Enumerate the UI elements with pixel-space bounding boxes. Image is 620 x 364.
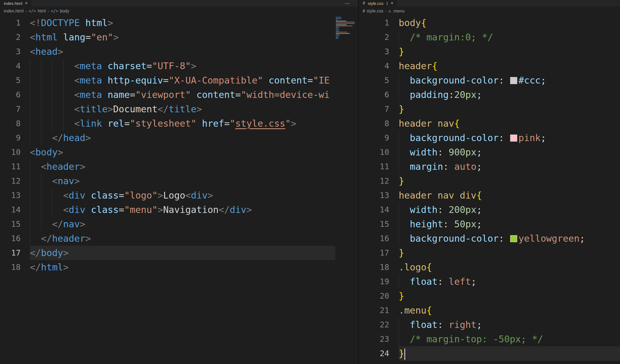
breadcrumb-item-index-html[interactable]: index.html (4, 9, 24, 14)
code-line-24[interactable]: } (399, 346, 620, 361)
code-line-11[interactable]: margin: auto; (399, 159, 620, 174)
line-number[interactable]: 1 (359, 16, 389, 30)
line-number[interactable]: 5 (359, 73, 389, 88)
line-number[interactable]: 21 (359, 303, 389, 318)
code-line-11[interactable]: <header> (30, 159, 335, 174)
code-line-18[interactable]: .logo{ (399, 260, 620, 274)
line-number[interactable]: 12 (359, 174, 389, 188)
code-line-13[interactable]: <div class="logo">Logo<div> (30, 188, 335, 203)
code-line-6[interactable]: <meta name="viewport" content="width=dev… (30, 88, 335, 102)
code-line-14[interactable]: <div class="menu">Navigation</div> (30, 203, 335, 217)
line-number[interactable]: 14 (359, 203, 389, 217)
code-line-6[interactable]: padding:20px; (399, 88, 620, 102)
line-number[interactable]: 11 (0, 159, 21, 174)
code-line-3[interactable]: } (399, 44, 620, 59)
line-number[interactable]: 7 (0, 102, 21, 116)
line-number[interactable]: 15 (359, 217, 389, 231)
code-area[interactable]: <!DOCTYPE html><html lang="en"><head> <m… (30, 16, 335, 364)
line-number[interactable]: 7 (359, 102, 389, 116)
line-number[interactable]: 2 (359, 30, 389, 44)
breadcrumb-item-body[interactable]: </>body (51, 9, 69, 14)
code-line-15[interactable]: </nav> (30, 217, 335, 231)
line-number[interactable]: 9 (0, 131, 21, 145)
line-number[interactable]: 17 (0, 246, 21, 260)
line-number[interactable]: 16 (0, 231, 21, 246)
line-number[interactable]: 6 (359, 88, 389, 102)
line-number[interactable]: 8 (0, 116, 21, 131)
line-number[interactable]: 5 (0, 73, 21, 88)
code-line-7[interactable]: <title>Document</title> (30, 102, 335, 116)
split-sash[interactable] (358, 0, 359, 364)
color-swatch[interactable] (510, 77, 517, 84)
line-number[interactable]: 15 (0, 217, 21, 231)
code-line-4[interactable]: <meta charset="UTF-8"> (30, 59, 335, 73)
line-number[interactable]: 20 (359, 289, 389, 303)
code-line-9[interactable]: background-color: pink; (399, 131, 620, 145)
line-number[interactable]: 9 (359, 131, 389, 145)
line-number[interactable]: 3 (0, 44, 21, 59)
line-number[interactable]: 4 (359, 59, 389, 73)
line-number[interactable]: 18 (359, 260, 389, 274)
minimap[interactable] (335, 16, 358, 364)
code-line-13[interactable]: header nav div{ (399, 188, 620, 203)
line-number[interactable]: 18 (0, 260, 21, 274)
code-line-16[interactable]: </header> (30, 231, 335, 246)
code-line-10[interactable]: <body> (30, 145, 335, 159)
code-line-22[interactable]: float: right; (399, 318, 620, 332)
tab-style-css[interactable]: # style.css 1 × (359, 0, 397, 7)
editor-actions-ellipsis-icon[interactable]: ⋯ (345, 0, 358, 7)
code-line-17[interactable]: </body> (30, 246, 335, 260)
code-line-8[interactable]: header nav{ (399, 116, 620, 131)
line-number[interactable]: 11 (359, 159, 389, 174)
tab-index-html[interactable]: index.html × (0, 0, 32, 7)
code-line-20[interactable]: } (399, 289, 620, 303)
code-line-19[interactable]: float: left; (399, 274, 620, 289)
code-line-12[interactable]: <nav> (30, 174, 335, 188)
line-number[interactable]: 6 (0, 88, 21, 102)
color-swatch[interactable] (510, 135, 517, 142)
code-line-15[interactable]: height: 50px; (399, 217, 620, 231)
line-number[interactable]: 24 (359, 346, 389, 361)
line-number[interactable]: 13 (359, 188, 389, 203)
line-number[interactable]: 4 (0, 59, 21, 73)
code-line-4[interactable]: header{ (399, 59, 620, 73)
line-number[interactable]: 13 (0, 188, 21, 203)
line-number-gutter[interactable]: 123456789101112131415161718 (0, 16, 21, 274)
line-number[interactable]: 14 (0, 203, 21, 217)
code-line-14[interactable]: width: 200px; (399, 203, 620, 217)
code-line-8[interactable]: <link rel="stylesheet" href="style.css"> (30, 116, 335, 131)
code-editor-html[interactable]: 123456789101112131415161718 <!DOCTYPE ht… (0, 16, 358, 364)
code-line-18[interactable]: </html> (30, 260, 335, 274)
code-line-5[interactable]: <meta http-equiv="X-UA-Compatible" conte… (30, 73, 335, 88)
line-number[interactable]: 3 (359, 44, 389, 59)
code-line-21[interactable]: .menu{ (399, 303, 620, 318)
line-number[interactable]: 8 (359, 116, 389, 131)
line-number[interactable]: 12 (0, 174, 21, 188)
breadcrumb-item-style-css[interactable]: #style.css (363, 9, 383, 14)
code-editor-css[interactable]: 123456789101112131415161718192021222324 … (359, 16, 620, 364)
code-line-5[interactable]: background-color: #ccc; (399, 73, 620, 88)
line-number[interactable]: 16 (359, 231, 389, 246)
color-swatch[interactable] (510, 235, 517, 242)
line-number[interactable]: 1 (0, 16, 21, 30)
code-line-16[interactable]: background-color: yellowgreen; (399, 231, 620, 246)
line-number-gutter[interactable]: 123456789101112131415161718192021222324 (359, 16, 389, 361)
code-line-9[interactable]: </head> (30, 131, 335, 145)
code-line-7[interactable]: } (399, 102, 620, 116)
line-number[interactable]: 10 (359, 145, 389, 159)
close-icon[interactable]: × (391, 1, 393, 5)
code-line-12[interactable]: } (399, 174, 620, 188)
line-number[interactable]: 19 (359, 274, 389, 289)
code-line-23[interactable]: /* margin-top: -50px; */ (399, 332, 620, 346)
line-number[interactable]: 2 (0, 30, 21, 44)
code-line-2[interactable]: /* margin:0; */ (399, 30, 620, 44)
line-number[interactable]: 22 (359, 318, 389, 332)
code-line-10[interactable]: width: 900px; (399, 145, 620, 159)
code-line-1[interactable]: body{ (399, 16, 620, 30)
line-number[interactable]: 17 (359, 246, 389, 260)
code-line-17[interactable]: } (399, 246, 620, 260)
close-icon[interactable]: × (25, 1, 27, 5)
code-line-3[interactable]: <head> (30, 44, 335, 59)
breadcrumb-item-menu[interactable]: ◇.menu (388, 9, 405, 14)
code-line-2[interactable]: <html lang="en"> (30, 30, 335, 44)
